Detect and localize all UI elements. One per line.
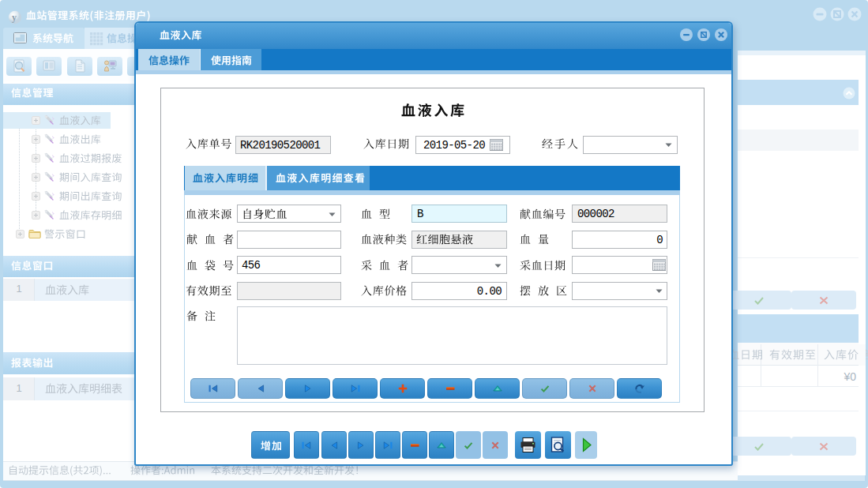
svg-text:y: y bbox=[12, 12, 17, 23]
